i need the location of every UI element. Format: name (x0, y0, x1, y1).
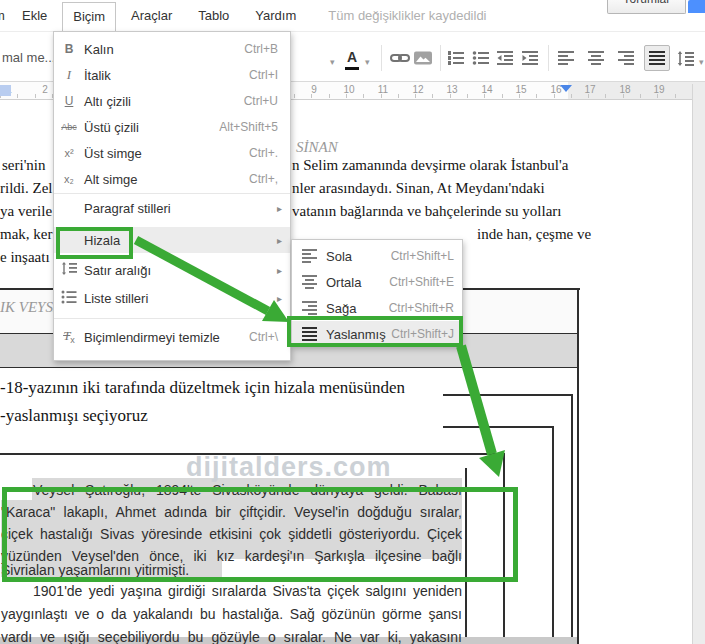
superscript-icon: x² (54, 147, 84, 159)
doc-text-fragment: ya verile (0, 202, 52, 220)
list-styles-icon (54, 290, 84, 307)
menu-shortcut: Ctrl+U (244, 94, 278, 108)
menu-item-paragraf-stilleri[interactable]: Paragraf stilleri ▸ (54, 195, 290, 221)
ruler-number: 17 (584, 84, 595, 95)
save-status: Tüm değişiklikler kaydedildi (328, 8, 486, 23)
menu-item-fragment[interactable]: m (0, 8, 5, 23)
menu-item-ust-simge[interactable]: x² Üst simge Ctrl+. (54, 140, 290, 166)
share-button[interactable] (688, 0, 705, 13)
ruler-margin-marker[interactable] (560, 85, 572, 92)
ruler-indent-marker[interactable] (0, 85, 11, 96)
menu-shortcut: Alt+Shift+5 (219, 120, 278, 134)
ruler-number: 15 (515, 84, 526, 95)
align-left-icon[interactable] (558, 51, 574, 70)
paragraph-line[interactable]: yaygınlaştı ve o da yakalandı bu hastalı… (1, 605, 462, 624)
paragraph-line[interactable]: Veysel Şatıroğlu, 1894'te Sivasköyünde d… (33, 481, 462, 500)
nested-table-border (571, 394, 573, 644)
menu-shortcut: Ctrl+\ (249, 330, 278, 344)
menu-shortcut: Ctrl+. (249, 146, 278, 160)
numbered-list-icon[interactable] (447, 51, 464, 70)
menu-item-tablo[interactable]: Tablo (198, 8, 229, 23)
comments-button[interactable]: Yorumlar (607, 0, 686, 14)
menu-item-yardim[interactable]: Yardım (255, 8, 296, 23)
submenu-item-yaslanmis[interactable]: Yaslanmış Ctrl+Shift+J (292, 321, 462, 347)
menu-item-ustu-cizili[interactable]: Abc Üstü çizili Alt+Shift+5 (54, 114, 290, 140)
clear-formatting-icon: Tx (54, 328, 84, 345)
menu-separator (54, 193, 290, 194)
align-submenu: Sola Ctrl+Shift+L Ortala Ctrl+Shift+E Sa… (291, 239, 463, 346)
menu-item-liste-stilleri[interactable]: Liste stilleri ▸ (54, 285, 290, 311)
menu-item-label: Üstü çizili (84, 120, 219, 135)
subscript-icon: x₂ (54, 173, 84, 185)
paragraph-style-selector[interactable]: mal me... (2, 50, 55, 65)
doc-text-line: nler arasındaydı. Sinan, At Meydanı'ndak… (292, 179, 545, 197)
nested-table-border (503, 453, 505, 644)
menu-shortcut: Ctrl+Shift+E (389, 275, 454, 289)
increase-indent-icon[interactable] (522, 51, 538, 70)
submenu-item-ortala[interactable]: Ortala Ctrl+Shift+E (292, 269, 462, 295)
table-border (0, 367, 577, 368)
align-center-icon[interactable] (588, 51, 604, 70)
ruler-number: 19 (653, 84, 664, 95)
underline-icon: U (54, 94, 84, 108)
insert-image-icon[interactable] (414, 51, 432, 69)
paragraph-line[interactable]: "Karaca" lakaplı, Ahmet adında bir çiftç… (1, 503, 462, 522)
menu-item-hizala[interactable]: Hizala ▸ (54, 227, 290, 253)
chevron-down-icon[interactable]: ▾ (699, 57, 704, 67)
menu-item-italik[interactable]: I İtalik Ctrl+I (54, 62, 290, 88)
align-left-icon (302, 249, 317, 263)
decrease-indent-icon[interactable] (497, 51, 513, 70)
ruler-number: 11 (378, 84, 388, 95)
menu-item-label: Paragraf stilleri (84, 201, 277, 216)
paragraph-line[interactable]: vardı ve ışığı seçebiliyordu bu gözüyle … (1, 628, 462, 644)
ruler-number: 14 (481, 84, 492, 95)
selection-indent-gap (1, 478, 32, 500)
menu-item-alti-cizili[interactable]: U Altı çizili Ctrl+U (54, 88, 290, 114)
insert-link-icon[interactable] (390, 51, 410, 69)
menu-item-ekle[interactable]: Ekle (22, 8, 47, 23)
menu-item-bicim[interactable]: Biçim (62, 2, 116, 34)
ruler-number: 9 (311, 84, 317, 95)
ruler-number: 13 (446, 84, 457, 95)
menu-shortcut: Ctrl+Shift+R (389, 301, 454, 315)
bold-icon: B (54, 42, 84, 56)
menu-item-kalin[interactable]: B Kalın Ctrl+B (54, 36, 290, 62)
text-color-bar (345, 67, 359, 70)
align-center-icon (302, 275, 317, 289)
paragraph-line[interactable]: çiçek hastalığı Sivas yöresinde etkisini… (1, 525, 462, 544)
align-right-icon[interactable] (618, 51, 634, 70)
vertical-scrollbar[interactable] (692, 84, 705, 644)
chevron-down-icon[interactable]: ▾ (330, 57, 335, 67)
menu-item-satir-araligi[interactable]: Satır aralığı ▸ (54, 257, 290, 283)
text-color-button[interactable]: A (344, 48, 360, 70)
bulleted-list-icon[interactable] (472, 51, 489, 70)
paragraph-line[interactable]: Sivrialan yaşamlarını yitirmişti. (1, 561, 189, 580)
italic-icon: I (54, 67, 84, 83)
justify-icon (302, 327, 317, 341)
doc-text-fragment: seri'nin (2, 156, 46, 174)
menu-shortcut: Ctrl+, (249, 172, 278, 186)
text-color-icon: A (347, 49, 357, 65)
chevron-down-icon[interactable]: ▾ (365, 57, 370, 67)
justify-button-active[interactable] (644, 45, 670, 71)
line-spacing-icon[interactable] (677, 51, 695, 71)
menu-item-label: Biçimlendirmeyi temizle (84, 330, 249, 345)
submenu-arrow-icon: ▸ (277, 265, 282, 276)
comments-button-label: Yorumlar (608, 0, 685, 6)
doc-text-fragment: e inşaatı (0, 248, 50, 266)
menu-item-label: Ortala (326, 275, 389, 290)
doc-text-line: vatanın bağlarında ve bahçelerinde su yo… (292, 202, 561, 220)
ruler-number: 10 (343, 84, 354, 95)
submenu-item-sola[interactable]: Sola Ctrl+Shift+L (292, 243, 462, 269)
menu-item-label: Yaslanmış (326, 327, 391, 342)
sinan-heading: SİNAN (296, 139, 338, 156)
submenu-item-saga[interactable]: Sağa Ctrl+Shift+R (292, 295, 462, 321)
menu-item-araclar[interactable]: Araçlar (131, 8, 172, 23)
toolbar-divider (548, 45, 549, 71)
menu-item-bicimlendirmeyi-temizle[interactable]: Tx Biçimlendirmeyi temizle Ctrl+\ (54, 324, 290, 350)
menu-shortcut: Ctrl+Shift+L (391, 249, 454, 263)
menu-item-alt-simge[interactable]: x₂ Alt simge Ctrl+, (54, 166, 290, 192)
toolbar-divider (440, 45, 441, 71)
menu-item-label: Altı çizili (84, 94, 244, 109)
paragraph-line[interactable]: 1901'de yedi yaşına girdiği sıralarda Si… (33, 582, 462, 601)
